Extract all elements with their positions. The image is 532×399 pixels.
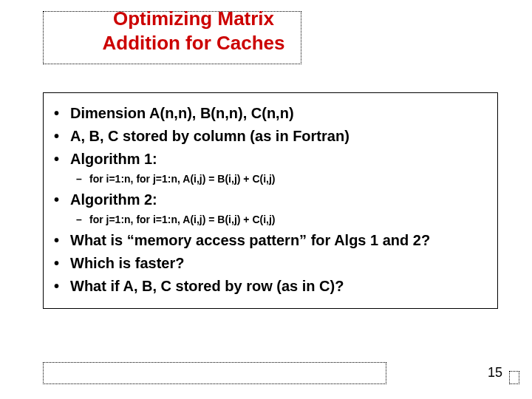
bullet-text: Dimension A(n,n), B(n,n), C(n,n) [70, 102, 294, 125]
bullet-icon: • [54, 125, 70, 148]
bullet-icon: • [54, 102, 70, 125]
bullet-icon: • [54, 229, 70, 252]
page-number: 15 [488, 365, 502, 381]
slide-title: Optimizing Matrix Addition for Caches [68, 7, 319, 55]
bullet-text: What if A, B, C stored by row (as in C)? [70, 275, 344, 298]
title-line1: Optimizing Matrix [113, 7, 274, 30]
bullet-text: Which is faster? [70, 252, 184, 275]
sub-bullet-item: – for i=1:n, for j=1:n, A(i,j) = B(i,j) … [54, 171, 487, 188]
sub-bullet-text: for i=1:n, for j=1:n, A(i,j) = B(i,j) + … [89, 171, 276, 188]
bullet-item: • Algorithm 1: [54, 148, 487, 171]
bullet-item: • A, B, C stored by column (as in Fortra… [54, 125, 487, 148]
content-box: • Dimension A(n,n), B(n,n), C(n,n) • A, … [43, 92, 498, 309]
sub-bullet-item: – for j=1:n, for i=1:n, A(i,j) = B(i,j) … [54, 211, 487, 229]
sub-bullet-text: for j=1:n, for i=1:n, A(i,j) = B(i,j) + … [89, 211, 276, 229]
dash-icon: – [76, 211, 89, 229]
bullet-item: • Dimension A(n,n), B(n,n), C(n,n) [54, 102, 487, 125]
bullet-item: • What if A, B, C stored by row (as in C… [54, 275, 487, 298]
corner-placeholder-box [509, 371, 519, 384]
bullet-icon: • [54, 148, 70, 171]
bullet-text: Algorithm 1: [70, 148, 157, 171]
dash-icon: – [76, 171, 89, 188]
bullet-icon: • [54, 188, 70, 211]
title-line2: Addition for Caches [102, 32, 284, 54]
footer-placeholder-box [43, 362, 386, 384]
bullet-item: • Which is faster? [54, 252, 487, 275]
bullet-item: • Algorithm 2: [54, 188, 487, 211]
bullet-text: What is “memory access pattern” for Algs… [70, 229, 430, 252]
bullet-icon: • [54, 275, 70, 298]
bullet-text: Algorithm 2: [70, 188, 157, 211]
bullet-icon: • [54, 252, 70, 275]
bullet-item: • What is “memory access pattern” for Al… [54, 229, 487, 252]
bullet-text: A, B, C stored by column (as in Fortran) [70, 125, 349, 148]
